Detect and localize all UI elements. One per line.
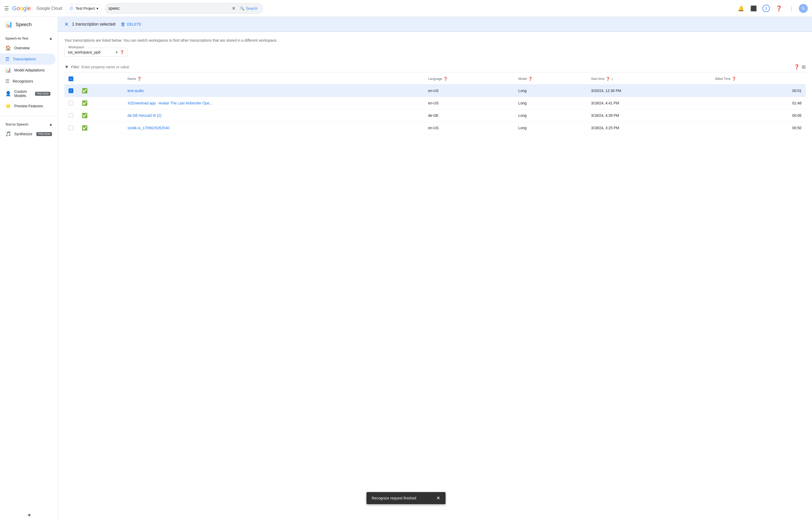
table-row: ✅ ssstik.io_1706625262540 en-US Long 3/1… (64, 122, 806, 134)
header-checkbox-cell (64, 73, 78, 85)
row-start-time-cell: 3/18/24, 4:39 PM (587, 109, 711, 122)
project-dropdown-icon[interactable]: ▾ (97, 6, 98, 10)
workspace-selector[interactable]: Workspace sst_workspace_ppd ▾ ❓ (64, 48, 128, 57)
delete-label: DELETE (127, 22, 141, 26)
status-icon: ✅ (82, 101, 87, 106)
sidebar-item-synthesize[interactable]: 🎵 Synthesize PREVIEW (0, 128, 56, 139)
language-help-icon[interactable]: ❓ (443, 77, 448, 81)
header-billed-time: Billed Time ❓ (711, 73, 806, 85)
model-help-icon[interactable]: ❓ (528, 77, 533, 81)
more-icon: ⋮ (789, 5, 794, 11)
more-options-button[interactable]: ⋮ (786, 3, 797, 14)
row-name-link[interactable]: ssstik.io_1706625262540 (128, 126, 169, 130)
language-col-label: Language (428, 77, 442, 81)
help-icon: ❓ (776, 5, 782, 11)
home-icon: 🏠 (5, 45, 11, 51)
table-toolbar-right: ❓ ⊞ (794, 64, 806, 70)
search-icon: 🔍 (240, 6, 244, 10)
row-checkbox-cell (64, 109, 78, 122)
sidebar-item-model-adaptations[interactable]: 📊 Model Adaptations (0, 64, 56, 76)
row-checkbox[interactable] (69, 113, 73, 118)
header-language: Language ❓ (424, 73, 514, 85)
row-name-link[interactable]: de-DE-Neural2-B (2) (128, 113, 161, 118)
help-button[interactable]: ❓ (774, 3, 784, 14)
delete-icon: 🗑 (121, 22, 126, 27)
filter-icon: ▼ (64, 64, 69, 70)
sidebar-collapse-button[interactable]: ◀ (0, 510, 58, 520)
row-checkbox[interactable] (69, 101, 73, 105)
menu-icon[interactable]: ☰ (4, 5, 9, 11)
row-model-cell: Long (514, 122, 587, 134)
row-start-time-cell: 3/20/24, 12:36 PM (587, 85, 711, 97)
sidebar-divider (0, 116, 58, 116)
row-name-cell: X2Download.app - Avatar The Last Airbend… (124, 97, 424, 109)
workspace-help-icon[interactable]: ❓ (120, 50, 124, 54)
row-status-cell: ✅ (78, 85, 124, 97)
text-to-speech-header[interactable]: Text-to-Speech ▲ (0, 120, 58, 128)
row-status-cell: ✅ (78, 122, 124, 134)
recognizers-icon: ☰ (5, 78, 9, 84)
filter-input[interactable] (81, 65, 792, 69)
row-checkbox[interactable] (69, 88, 73, 93)
row-checkbox-cell (64, 122, 78, 134)
search-button[interactable]: 🔍 Search (238, 6, 260, 10)
tts-collapse-icon: ▲ (49, 122, 52, 126)
selection-bar: ✕ 1 transcription selected 🗑 DELETE (58, 17, 812, 32)
avatar[interactable]: G (799, 4, 808, 13)
name-help-icon[interactable]: ❓ (137, 77, 141, 81)
sidebar-item-preview-features[interactable]: ⭐ Preview Features (0, 101, 56, 111)
billed-time-help-icon[interactable]: ❓ (732, 77, 736, 81)
row-checkbox[interactable] (69, 126, 73, 130)
snackbar-message: Recognize request finished (372, 496, 416, 500)
project-name: Test Project (76, 6, 95, 10)
cloud-label: Google Cloud (33, 6, 62, 11)
search-input[interactable] (108, 6, 229, 11)
sidebar-item-overview[interactable]: 🏠 Overview (0, 43, 56, 54)
sidebar-item-recognizers[interactable]: ☰ Recognizers (0, 76, 56, 87)
row-status-cell: ✅ (78, 109, 124, 122)
table-row: ✅ de-DE-Neural2-B (2) de-DE Long 3/18/24… (64, 109, 806, 122)
start-time-help-icon[interactable]: ❓ (605, 77, 610, 81)
project-icon: ⬡ (69, 6, 74, 11)
google-logo: Google (12, 5, 31, 12)
status-icon: ✅ (82, 125, 87, 131)
row-name-link[interactable]: test-audio (128, 88, 144, 93)
terminal-icon: ⬛ (750, 5, 757, 11)
row-name-link[interactable]: X2Download.app - Avatar The Last Airbend… (128, 101, 213, 105)
start-time-sort-icon[interactable]: ↓ (611, 76, 613, 81)
project-selector[interactable]: ⬡ Test Project ▾ (65, 4, 102, 13)
row-checkbox-cell (64, 85, 78, 97)
header-model: Model ❓ (514, 73, 587, 85)
search-button-label: Search (246, 6, 258, 10)
updates-button[interactable]: 1 (761, 3, 772, 14)
workspace-value: sst_workspace_ppd (68, 50, 116, 54)
row-billed-time-cell: 00:01 (711, 85, 806, 97)
row-model-cell: Long (514, 109, 587, 122)
row-status-cell: ✅ (78, 97, 124, 109)
speech-to-text-header[interactable]: Speech-to-Text ▲ (0, 34, 58, 43)
select-all-checkbox[interactable] (69, 76, 73, 81)
sidebar-item-custom-models[interactable]: 👤 Custom Models PREVIEW (0, 87, 56, 101)
row-language-cell: de-DE (424, 109, 514, 122)
table-columns-icon[interactable]: ⊞ (802, 64, 806, 70)
snackbar-close-button[interactable]: ✕ (436, 495, 440, 501)
sidebar-collapse-icon: ◀ (27, 513, 30, 517)
workspace-dropdown-icon[interactable]: ▾ (116, 50, 117, 54)
row-model-cell: Long (514, 97, 587, 109)
search-clear-icon[interactable]: ✕ (229, 5, 238, 11)
status-icon: ✅ (82, 88, 87, 93)
sidebar-item-preview-features-label: Preview Features (14, 104, 43, 108)
header-start-time: Start time ❓ ↓ (587, 73, 711, 85)
selection-close-button[interactable]: ✕ (64, 21, 69, 27)
terminal-button[interactable]: ⬛ (748, 3, 759, 14)
header-name: Name ❓ (124, 73, 424, 85)
notifications-button[interactable]: 🔔 (735, 3, 746, 14)
custom-models-preview-badge: PREVIEW (35, 92, 50, 96)
row-billed-time-cell: 00:06 (711, 109, 806, 122)
model-col-label: Model (518, 77, 527, 81)
synthesize-preview-badge: PREVIEW (36, 132, 52, 136)
content-body: Your transcriptions are listed below. Yo… (58, 32, 812, 520)
delete-button[interactable]: 🗑 DELETE (121, 22, 141, 27)
table-help-icon[interactable]: ❓ (794, 64, 800, 70)
sidebar-item-transcriptions[interactable]: ☰ Transcriptions (0, 54, 56, 64)
